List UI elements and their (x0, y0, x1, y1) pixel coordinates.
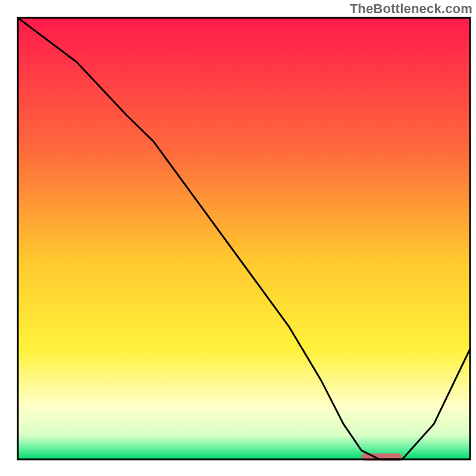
chart-background-gradient (18, 18, 470, 459)
chart-container: { "watermark": "TheBottleneck.com", "cha… (0, 0, 476, 476)
watermark-label: TheBottleneck.com (350, 1, 472, 17)
bottleneck-chart (0, 0, 476, 476)
